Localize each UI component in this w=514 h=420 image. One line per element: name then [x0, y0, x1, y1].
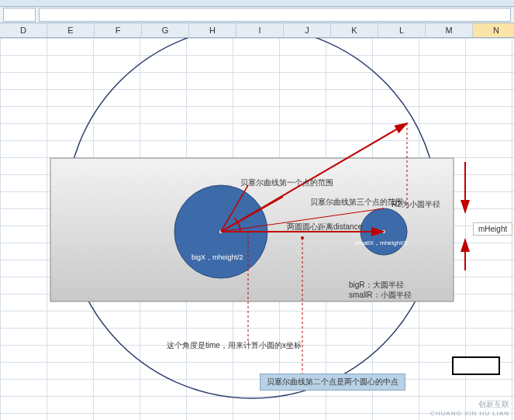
grid-area[interactable]: 贝塞尔曲线第一个点的范围 贝塞尔曲线第三个点的范围 R2为小圆半径 两圆圆心距离…	[0, 38, 514, 420]
ribbon-stub	[0, 0, 514, 7]
ann-small-r: R2为小圆半径	[392, 199, 440, 210]
col-F[interactable]: F	[95, 23, 142, 37]
ann-angle: 这个角度是time，用来计算小圆的x坐标	[167, 340, 302, 351]
ann-bezier-p1: 贝塞尔曲线第一个点的范围	[240, 177, 333, 188]
ann-bigR: bigR：大圆半径	[349, 280, 404, 291]
col-K[interactable]: K	[331, 23, 378, 37]
watermark-line1: 创新互联	[430, 399, 509, 410]
col-I[interactable]: I	[236, 23, 284, 37]
col-L[interactable]: L	[378, 23, 426, 37]
col-M[interactable]: M	[426, 23, 473, 37]
active-cell-selection[interactable]	[452, 356, 500, 375]
col-E[interactable]: E	[47, 23, 95, 37]
ann-bezier-p3: 贝塞尔曲线第三个点的范围	[310, 197, 403, 208]
watermark-line2: CHUANG XIN HU LIAN	[430, 410, 509, 417]
col-H[interactable]: H	[189, 23, 236, 37]
big-circle-label: bigX，mheight/2	[191, 253, 243, 263]
col-N[interactable]: N	[473, 23, 514, 37]
formula-bar	[0, 7, 514, 23]
col-J[interactable]: J	[284, 23, 331, 37]
ann-distance: 两圆圆心距离distance	[287, 222, 362, 232]
col-G[interactable]: G	[142, 23, 189, 37]
watermark: 创新互联 CHUANG XIN HU LIAN	[430, 399, 509, 417]
col-D[interactable]: D	[0, 23, 47, 37]
column-headers: D E F G H I J K L M N	[0, 23, 514, 38]
ann-smallR: smallR：小圆半径	[349, 290, 412, 301]
diagram-svg	[0, 38, 514, 420]
formula-input[interactable]	[39, 8, 511, 22]
name-box[interactable]	[3, 8, 36, 22]
small-circle-label: smallX，mheight/2	[355, 239, 407, 247]
ann-mheight: mHeight	[473, 222, 512, 236]
callout-bezier-p2: 贝塞尔曲线第二个点是两个圆心的中点	[260, 374, 405, 391]
